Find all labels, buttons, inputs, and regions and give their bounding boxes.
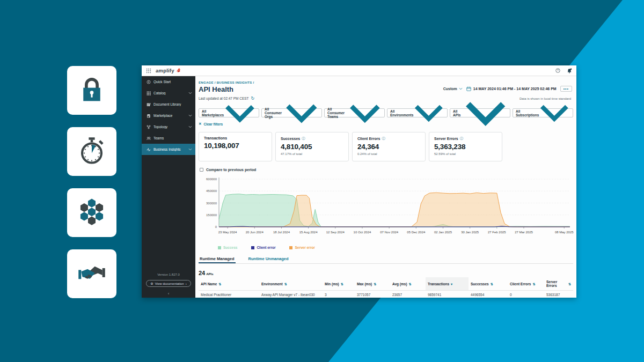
legend-item-client-error[interactable]: Client error — [251, 246, 275, 249]
range-preset-label: Custom — [443, 87, 457, 91]
filters-bar: All MarketplacesAll Consumer OrgsAll Con… — [199, 108, 573, 117]
metric-label: Transactions — [204, 136, 227, 140]
sidebar-item-catalog[interactable]: Catalog — [142, 87, 195, 99]
filter-dropdown-all-subscriptions[interactable]: All Subscriptions — [513, 108, 573, 117]
table-cell: 0 — [508, 291, 544, 298]
x-axis-tick-label: 15 Aug 2024 — [299, 231, 318, 234]
filter-label: All Environments — [390, 109, 413, 117]
info-icon[interactable]: ⓘ — [382, 136, 385, 141]
info-icon[interactable]: ⓘ — [302, 136, 305, 141]
x-axis-tick-label: 23 May 2024 — [218, 231, 237, 234]
column-header-servererrors[interactable]: Server Errors ⇅ — [544, 277, 573, 291]
view-documentation-label: View documentation — [155, 282, 184, 285]
table-cell: 23657 — [390, 291, 426, 298]
y-axis-tick-label: 450000 — [206, 189, 217, 193]
column-header-avgms[interactable]: Avg (ms) ⇅ — [390, 277, 426, 291]
legend-swatch — [251, 246, 254, 249]
range-preset-dropdown[interactable]: Custom — [443, 87, 463, 91]
app-grid-icon[interactable] — [146, 68, 151, 73]
sidebar-item-marketplace[interactable]: Marketplace — [142, 110, 195, 121]
sidebar-item-teams[interactable]: Teams — [142, 132, 195, 144]
breadcrumb[interactable]: ENGAGE / BUSINESS INSIGHTS / — [199, 81, 254, 84]
column-header-clienterrors[interactable]: Client Errors ⇅ — [508, 277, 544, 291]
notifications-bell-icon[interactable] — [567, 68, 572, 73]
sort-icon: ⇅ — [284, 282, 287, 286]
sort-icon: ⇅ — [491, 282, 493, 286]
info-icon[interactable]: ⓘ — [460, 136, 463, 141]
chevron-down-icon — [464, 95, 507, 130]
column-header-maxms[interactable]: Max (ms) ⇅ — [355, 277, 390, 291]
filter-dropdown-all-apis[interactable]: All APIs — [450, 108, 510, 117]
doc-gear-icon: ⚙ — [150, 282, 153, 285]
hero-card-lock — [67, 66, 116, 115]
column-label: Min (ms) — [325, 282, 339, 286]
filter-dropdown-all-consumer-orgs[interactable]: All Consumer Orgs — [261, 108, 322, 117]
metric-card-server-errors: Server Errorsⓘ 5,363,238 52.59% of total — [429, 132, 502, 161]
metric-value: 10,198,007 — [204, 142, 267, 150]
svg-text:?: ? — [557, 69, 559, 72]
table-row[interactable]: Medical PractitionerAxway API Manager v7… — [199, 291, 573, 298]
help-icon[interactable]: ? — [555, 68, 560, 73]
sidebar-item-label: Teams — [153, 136, 192, 140]
filter-label: All Marketplaces — [202, 109, 224, 117]
compare-checkbox[interactable] — [200, 168, 203, 172]
date-range-text: 14 MAY 2024 01:46 PM - 14 MAY 2025 02:46… — [473, 87, 557, 91]
legend-swatch — [289, 246, 292, 249]
runtime-tabs: Runtime ManagedRuntime Unmanaged — [199, 255, 573, 264]
legend-item-success[interactable]: Success — [218, 246, 237, 249]
timezone-note: Data is shown in local time standard — [519, 97, 571, 100]
more-options-button[interactable]: ••• — [560, 86, 572, 92]
metric-subtext: 47.17% of total — [281, 152, 343, 156]
sidebar-item-business-insights[interactable]: Business Insights — [142, 144, 195, 155]
page-title: API Health — [199, 85, 233, 93]
api-count-unit: APIs — [206, 272, 213, 276]
amplify-app-window: amplify ? Quick Start Ca — [142, 65, 576, 298]
sidebar-item-document-library[interactable]: Document Library — [142, 99, 195, 110]
column-header-apiname[interactable]: API Name ⇅ — [199, 277, 259, 291]
date-range-picker[interactable]: 14 MAY 2024 01:46 PM - 14 MAY 2025 02:46… — [466, 86, 557, 91]
x-axis-tick-label: 08 May 2025 — [555, 231, 574, 234]
metric-card-transactions: Transactions 10,198,007 — [199, 132, 272, 161]
view-documentation-button[interactable]: ⚙ View documentation › — [146, 280, 191, 287]
x-axis-tick-label: 27 Feb 2025 — [488, 231, 506, 234]
x-axis-tick-label: 20 Jun 2024 — [246, 231, 264, 234]
column-label: Successes — [471, 282, 489, 286]
chevron-down-icon — [188, 125, 192, 128]
hero-card-handshake — [67, 249, 116, 298]
filter-dropdown-all-consumer-teams[interactable]: All Consumer Teams — [324, 108, 385, 117]
x-axis-tick-label: 27 Mar 2025 — [515, 231, 533, 234]
sort-icon: ⇅ — [409, 282, 412, 286]
hero-card-stopwatch — [67, 127, 116, 176]
clear-filters-button[interactable]: ✕ Clear filters — [199, 122, 223, 126]
filter-label: All Consumer Teams — [327, 107, 348, 119]
column-header-environment[interactable]: Environment ⇅ — [259, 277, 323, 291]
sort-icon: ⇅ — [218, 282, 221, 286]
amplify-logo-icon — [175, 68, 181, 73]
sidebar-collapse-icon[interactable]: ‹ — [142, 291, 195, 296]
table-cell: 3 — [323, 291, 355, 298]
x-axis-tick-label: 18 Jul 2024 — [273, 231, 290, 234]
chevron-down-icon — [188, 148, 192, 151]
sidebar-item-topology[interactable]: Topology — [142, 121, 195, 132]
column-header-minms[interactable]: Min (ms) ⇅ — [323, 277, 355, 291]
legend-item-server-error[interactable]: Server error — [289, 246, 314, 249]
filter-dropdown-all-marketplaces[interactable]: All Marketplaces — [199, 108, 259, 117]
column-header-transactions[interactable]: Transactions ▾ — [426, 277, 469, 291]
catalog-icon — [147, 91, 151, 95]
chart-area-success — [219, 194, 570, 227]
tab-runtime-unmanaged[interactable]: Runtime Unmanaged — [247, 255, 290, 263]
sort-icon: ⇅ — [374, 282, 376, 286]
column-header-successes[interactable]: Successes ⇅ — [469, 277, 508, 291]
column-label: Server Errors — [546, 280, 567, 287]
filter-dropdown-all-environments[interactable]: All Environments — [387, 108, 448, 117]
metric-value: 4,810,405 — [281, 143, 343, 151]
metric-label: Client Errors — [357, 137, 380, 141]
column-label: API Name — [201, 282, 217, 286]
metric-card-client-errors: Client Errorsⓘ 24,364 0.24% of total — [352, 132, 426, 161]
table-cell: 5363187 — [544, 291, 573, 298]
sidebar-item-quick-start[interactable]: Quick Start — [142, 76, 195, 87]
tab-runtime-managed[interactable]: Runtime Managed — [199, 255, 236, 263]
table-cell: Axway API Manager v7 - lbean030 — [259, 291, 323, 298]
marketing-slide: amplify ? Quick Start Ca — [0, 0, 644, 362]
filter-label: All Consumer Orgs — [265, 107, 284, 119]
